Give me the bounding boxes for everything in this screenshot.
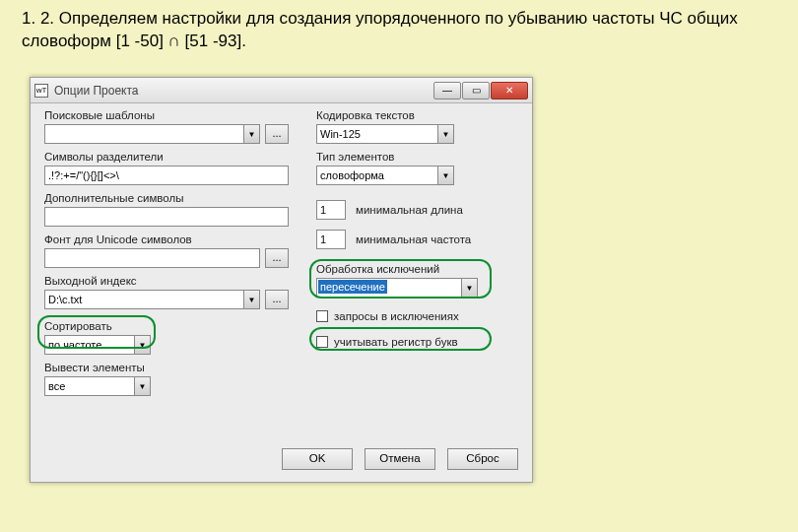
min-length-input[interactable] <box>316 200 346 220</box>
close-button[interactable]: ✕ <box>491 82 528 100</box>
index-browse-button[interactable]: ... <box>265 290 289 309</box>
reset-button[interactable]: Сброс <box>447 448 518 470</box>
min-freq-label: минимальная частота <box>356 233 471 245</box>
sort-label: Сортировать <box>44 320 289 335</box>
dropdown-icon[interactable]: ▼ <box>135 335 151 355</box>
dropdown-icon[interactable]: ▼ <box>462 278 478 298</box>
unicode-font-label: Фонт для Unicode символов <box>44 233 289 248</box>
additional-symbols-label: Дополнительные символы <box>44 192 289 207</box>
titlebar[interactable]: wT Опции Проекта — ▭ ✕ <box>31 78 532 103</box>
options-dialog: wT Опции Проекта — ▭ ✕ Поисковые шаблоны… <box>30 77 533 483</box>
delimiters-label: Символы разделители <box>44 151 289 166</box>
case-checkbox[interactable] <box>316 336 328 348</box>
instruction-heading: 1. 2. Определяем настройки для создания … <box>22 8 770 53</box>
output-elements-label: Вывести элементы <box>44 362 289 376</box>
window-title: Опции Проекта <box>54 84 432 98</box>
delimiters-input[interactable] <box>44 166 289 185</box>
app-icon: wT <box>34 84 48 98</box>
case-sensitive-label: учитывать регистр букв <box>334 336 458 348</box>
additional-symbols-input[interactable] <box>44 207 289 227</box>
encoding-select[interactable] <box>316 124 438 144</box>
min-freq-input[interactable] <box>316 230 346 249</box>
dropdown-icon[interactable]: ▼ <box>135 376 151 396</box>
font-browse-button[interactable]: ... <box>265 248 289 268</box>
unicode-font-input[interactable] <box>44 248 260 268</box>
browse-button[interactable]: ... <box>265 124 289 144</box>
dropdown-icon[interactable]: ▼ <box>244 290 260 309</box>
element-type-label: Тип элементов <box>316 151 454 166</box>
minimize-button[interactable]: — <box>433 82 461 100</box>
exceptions-select[interactable]: пересечение <box>316 278 462 298</box>
output-elements-select[interactable] <box>44 376 135 396</box>
element-type-select[interactable] <box>316 166 438 185</box>
dropdown-icon[interactable]: ▼ <box>244 124 260 144</box>
maximize-button[interactable]: ▭ <box>462 82 490 100</box>
search-templates-input[interactable] <box>44 124 244 144</box>
requests-checkbox[interactable] <box>316 310 328 322</box>
exceptions-label: Обработка исключений <box>316 263 478 278</box>
sort-select[interactable] <box>44 335 135 355</box>
requests-in-exceptions-label: запросы в исключениях <box>334 310 459 322</box>
encoding-label: Кодировка текстов <box>316 109 454 124</box>
ok-button[interactable]: OK <box>282 448 353 470</box>
search-templates-label: Поисковые шаблоны <box>44 109 289 124</box>
min-length-label: минимальная длина <box>356 204 463 216</box>
dropdown-icon[interactable]: ▼ <box>438 124 454 144</box>
output-index-input[interactable] <box>44 290 244 309</box>
cancel-button[interactable]: Отмена <box>365 448 435 470</box>
dropdown-icon[interactable]: ▼ <box>438 166 454 185</box>
exceptions-value: пересечение <box>318 280 387 294</box>
output-index-label: Выходной индекс <box>44 275 289 290</box>
